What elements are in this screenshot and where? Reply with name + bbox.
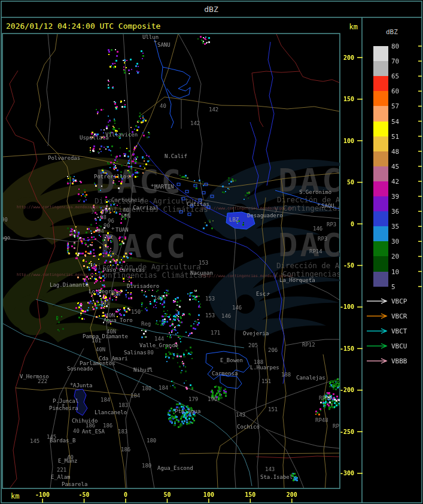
echo-pixel xyxy=(91,236,93,238)
echo-pixel xyxy=(116,55,118,57)
map-label: E_Manz xyxy=(58,458,78,464)
radar-app-window: dBZ 2026/01/12 04:24:00 UTC Composite km… xyxy=(0,0,423,504)
echo-pixel xyxy=(117,264,118,265)
echo-pixel xyxy=(147,136,148,138)
echo-pixel xyxy=(317,412,318,414)
map-label: 92 xyxy=(106,234,113,240)
echo-pixel xyxy=(93,148,95,150)
echo-pixel xyxy=(178,324,179,326)
echo-pixel xyxy=(124,239,126,241)
colorbar-value: 36 xyxy=(391,208,399,215)
echo-pixel xyxy=(160,303,161,304)
echo-pixel xyxy=(338,399,340,401)
echo-pixel xyxy=(124,106,126,108)
echo-pixel xyxy=(68,178,69,179)
colorbar-swatch xyxy=(373,256,388,272)
echo-pixel xyxy=(99,315,100,317)
site-label: VBBB xyxy=(391,357,407,365)
echo-pixel xyxy=(67,246,69,248)
echo-pixel xyxy=(84,311,86,312)
echo-pixel xyxy=(211,227,213,229)
echo-pixel xyxy=(74,176,75,177)
echo-pixel xyxy=(104,129,105,130)
echo-pixel xyxy=(185,417,187,419)
map-label: Ant_ESA xyxy=(82,429,105,435)
echo-pixel xyxy=(202,42,204,44)
echo-pixel xyxy=(191,388,193,390)
echo-pixel xyxy=(127,292,129,293)
echo-pixel xyxy=(114,119,115,120)
echo-pixel xyxy=(172,322,173,323)
map-label: 153 xyxy=(199,260,208,266)
echo-pixel xyxy=(90,230,92,232)
echo-pixel xyxy=(92,273,93,274)
radar-scene: dBZ 2026/01/12 04:24:00 UTC Composite km… xyxy=(0,0,423,504)
echo-pixel xyxy=(87,237,89,238)
echo-pixel xyxy=(191,417,193,418)
echo-pixel xyxy=(138,120,139,122)
echo-pixel xyxy=(164,298,165,299)
echo-pixel xyxy=(150,303,151,305)
echo-pixel xyxy=(176,301,178,303)
echo-pixel xyxy=(144,336,145,338)
echo-pixel xyxy=(124,62,125,63)
colorbar-value: 54 xyxy=(391,118,400,126)
echo-pixel xyxy=(185,387,187,388)
echo-pixel xyxy=(165,357,166,358)
echo-pixel xyxy=(181,406,182,408)
echo-pixel xyxy=(175,314,177,315)
echo-pixel xyxy=(106,201,108,203)
echo-pixel xyxy=(114,163,115,164)
echo-pixel xyxy=(118,181,120,182)
echo-pixel xyxy=(67,176,68,177)
echo-pixel xyxy=(145,291,146,292)
echo-pixel xyxy=(130,277,132,278)
colorbar-title: dBZ xyxy=(386,28,398,36)
echo-pixel xyxy=(181,336,182,338)
echo-pixel xyxy=(224,388,226,390)
echo-pixel xyxy=(174,384,175,385)
map-label: Sta.Isabel xyxy=(260,474,293,480)
echo-pixel xyxy=(337,404,339,406)
map-label: Sosneado xyxy=(67,366,93,372)
echo-pixel xyxy=(84,318,85,320)
echo-pixel xyxy=(109,261,111,263)
echo-pixel xyxy=(124,72,126,74)
echo-pixel xyxy=(74,247,75,249)
echo-pixel xyxy=(229,183,230,184)
echo-pixel xyxy=(96,316,98,318)
echo-pixel xyxy=(69,179,71,181)
echo-pixel xyxy=(163,306,165,308)
echo-pixel xyxy=(103,315,105,317)
echo-pixel xyxy=(93,256,95,257)
echo-pixel xyxy=(174,421,176,423)
x-tick-label: 200 xyxy=(287,491,297,498)
echo-pixel xyxy=(203,227,205,229)
echo-pixel xyxy=(90,253,92,254)
colorbar-value: 30 xyxy=(391,238,399,245)
echo-pixel xyxy=(135,125,137,127)
echo-pixel xyxy=(127,170,129,171)
echo-pixel xyxy=(187,354,188,355)
echo-pixel xyxy=(110,248,111,249)
echo-pixel xyxy=(189,293,190,294)
echo-pixel xyxy=(176,356,178,357)
echo-pixel xyxy=(127,308,129,309)
echo-pixel xyxy=(184,420,185,422)
echo-pixel xyxy=(132,160,133,162)
echo-pixel xyxy=(187,177,188,179)
echo-pixel xyxy=(95,238,96,240)
echo-pixel xyxy=(145,296,147,297)
echo-pixel xyxy=(135,176,136,178)
site-label: VBCR xyxy=(391,312,407,320)
echo-pixel xyxy=(138,126,139,128)
echo-pixel xyxy=(100,190,101,191)
echo-pixel xyxy=(329,385,331,387)
echo-pixel xyxy=(164,321,166,323)
echo-pixel xyxy=(93,253,95,254)
echo-pixel xyxy=(121,106,123,108)
echo-pixel xyxy=(112,253,114,254)
echo-pixel xyxy=(120,101,122,102)
echo-pixel xyxy=(185,380,187,381)
echo-pixel xyxy=(200,303,201,305)
